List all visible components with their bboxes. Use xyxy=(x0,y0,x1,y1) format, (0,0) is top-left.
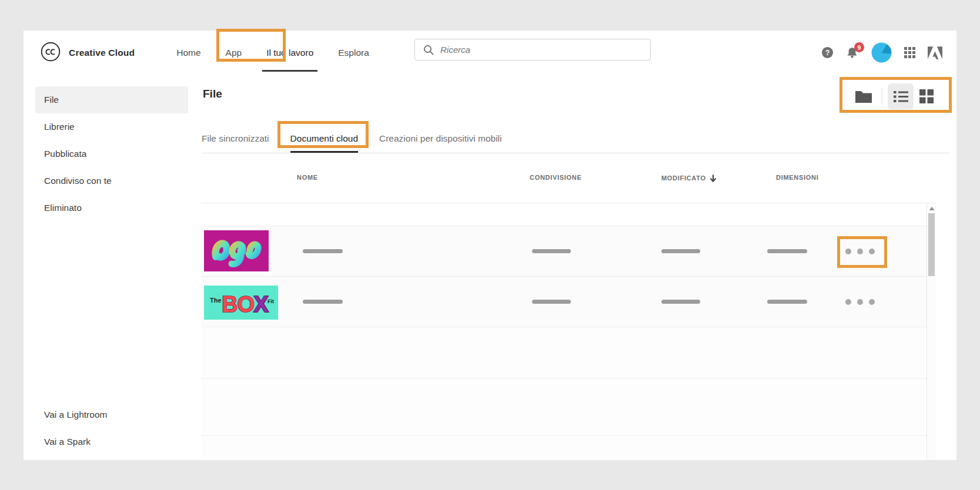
view-controls xyxy=(851,83,939,110)
svg-text:Fit: Fit xyxy=(267,298,274,304)
sidebar-item-eliminato[interactable]: Eliminato xyxy=(35,194,188,221)
notifications-button[interactable]: 9 xyxy=(845,46,859,59)
file-rows: The BOX X Fit xyxy=(201,203,927,460)
creative-cloud-page: { "colors": { "accent_highlight": "#E899… xyxy=(0,0,980,490)
main-content: File xyxy=(200,75,956,460)
adobe-home-button[interactable] xyxy=(928,46,942,59)
sidebar-item-pubblicata[interactable]: Pubblicata xyxy=(35,140,188,167)
ellipsis-dot xyxy=(869,249,875,254)
scrollbar-thumb[interactable] xyxy=(928,213,935,276)
row-1-more-options-button[interactable] xyxy=(845,249,875,254)
size-placeholder-bar xyxy=(767,249,807,253)
sidebar-item-condiviso-con-te[interactable]: Condiviso con te xyxy=(35,167,188,194)
apps-grid-icon xyxy=(904,47,915,58)
brand-title: Creative Cloud xyxy=(69,48,135,58)
grid-view-icon xyxy=(919,89,934,104)
top-header: Creative Cloud Home App Il tuo lavoro Es… xyxy=(24,31,956,75)
nav-item-esplora[interactable]: Esplora xyxy=(326,31,382,75)
name-placeholder-bar xyxy=(303,300,343,304)
column-header-condivisione[interactable]: CONDIVISIONE xyxy=(530,174,581,181)
ellipsis-dot xyxy=(857,299,863,305)
nav-item-home[interactable]: Home xyxy=(164,31,213,75)
tab-file-sincronizzati[interactable]: File sincronizzati xyxy=(202,124,269,153)
column-header-dimensioni[interactable]: DIMENSIONI xyxy=(776,174,818,181)
folder-view-button[interactable] xyxy=(851,83,877,109)
search-input[interactable] xyxy=(440,39,650,60)
apps-grid-button[interactable] xyxy=(904,47,915,58)
sort-desc-icon xyxy=(710,174,717,182)
ellipsis-dot xyxy=(869,299,875,305)
vertical-scrollbar[interactable] xyxy=(927,203,936,460)
sharing-placeholder-bar xyxy=(532,249,571,253)
name-placeholder-bar xyxy=(303,249,343,253)
nav-item-app[interactable]: App xyxy=(213,31,255,75)
sidebar-list: File Librerie Pubblicata Condiviso con t… xyxy=(24,75,200,221)
empty-row-band xyxy=(201,327,927,378)
file-list: The BOX X Fit xyxy=(201,203,936,460)
empty-row-band xyxy=(201,378,927,435)
file-thumbnail-paint-lettering xyxy=(204,230,269,271)
table-header: NOME CONDIVISIONE MODIFICATO DIMENSIONI xyxy=(201,170,927,188)
search-box[interactable] xyxy=(414,39,651,61)
empty-row-band xyxy=(201,435,927,458)
help-icon: ? xyxy=(822,47,833,58)
file-row-2[interactable]: The BOX X Fit xyxy=(201,276,927,327)
list-top-spacer xyxy=(201,203,927,226)
view-controls-divider xyxy=(882,88,882,105)
list-view-icon xyxy=(894,90,908,103)
sidebar: File Librerie Pubblicata Condiviso con t… xyxy=(24,75,200,460)
size-placeholder-bar xyxy=(767,300,807,304)
grid-view-button[interactable] xyxy=(914,83,939,109)
svg-text:X: X xyxy=(253,292,269,317)
primary-nav: Home App Il tuo lavoro Esplora xyxy=(164,31,382,75)
column-header-modificato[interactable]: MODIFICATO xyxy=(661,174,717,182)
help-button[interactable]: ? xyxy=(822,47,833,58)
tab-creazioni-dispositivi-mobili[interactable]: Creazioni per dispositivi mobili xyxy=(379,124,501,153)
file-thumbnail-the-box: The BOX X Fit xyxy=(204,286,278,320)
scroll-up-button[interactable] xyxy=(927,205,936,212)
adobe-logo-icon xyxy=(928,46,942,59)
list-view-button[interactable] xyxy=(888,83,914,109)
brand: Creative Cloud xyxy=(40,41,135,65)
ellipsis-dot xyxy=(845,299,851,305)
user-avatar xyxy=(871,42,892,63)
sidebar-item-librerie[interactable]: Librerie xyxy=(35,113,188,140)
sidebar-footer: Vai a Lightroom Vai a Spark xyxy=(24,401,200,455)
tab-documenti-cloud[interactable]: Documenti cloud xyxy=(290,124,358,153)
sidebar-link-spark[interactable]: Vai a Spark xyxy=(35,428,188,455)
nav-item-il-tuo-lavoro[interactable]: Il tuo lavoro xyxy=(254,31,326,75)
sidebar-link-lightroom[interactable]: Vai a Lightroom xyxy=(35,401,188,428)
column-header-nome[interactable]: NOME xyxy=(297,174,318,181)
account-avatar[interactable] xyxy=(871,42,892,63)
svg-text:The: The xyxy=(210,297,222,304)
modified-placeholder-bar xyxy=(661,300,700,304)
scroll-up-icon xyxy=(929,206,935,211)
sharing-placeholder-bar xyxy=(532,300,571,304)
page-title: File xyxy=(203,88,222,100)
ellipsis-dot xyxy=(845,249,851,254)
file-row-1[interactable] xyxy=(201,226,927,276)
ellipsis-dot xyxy=(857,249,863,254)
modified-placeholder-bar xyxy=(661,249,700,253)
app-window: Creative Cloud Home App Il tuo lavoro Es… xyxy=(24,31,956,460)
sidebar-item-file[interactable]: File xyxy=(35,86,188,113)
folder-view-icon xyxy=(855,89,872,103)
creative-cloud-logo-icon xyxy=(40,41,61,65)
search-icon xyxy=(423,44,434,56)
header-actions: ? 9 xyxy=(822,31,942,75)
row-2-more-options-button[interactable] xyxy=(845,299,875,305)
notification-badge: 9 xyxy=(854,42,864,52)
tab-bar: File sincronizzati Documenti cloud Creaz… xyxy=(202,124,949,153)
